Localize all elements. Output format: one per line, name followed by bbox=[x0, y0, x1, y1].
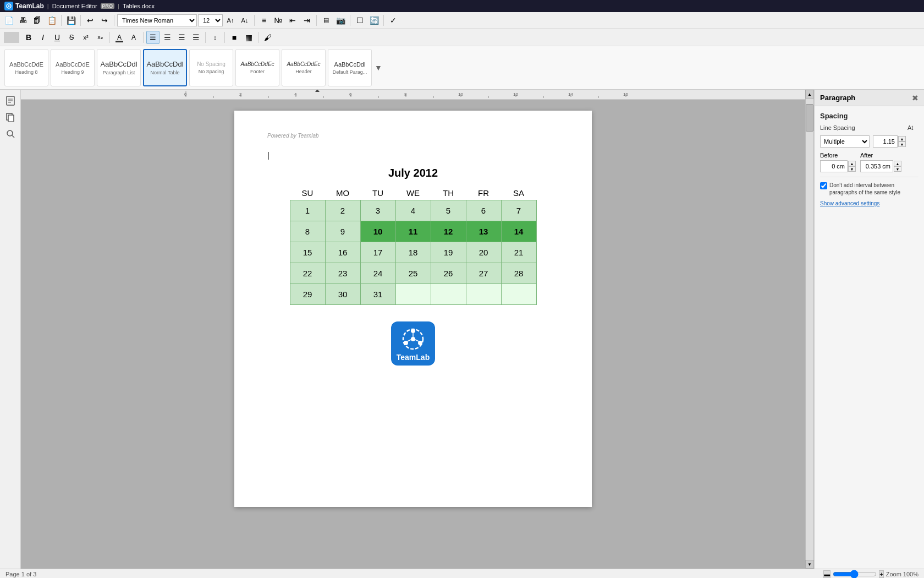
calendar-week-5: 293031 bbox=[290, 284, 536, 305]
bullet-list-button[interactable]: ≡ bbox=[257, 14, 271, 27]
scroll-thumb[interactable] bbox=[806, 104, 813, 132]
title-separator2: | bbox=[118, 3, 119, 9]
text-cursor-area[interactable]: | bbox=[267, 150, 559, 161]
day-tu: TU bbox=[360, 186, 395, 200]
format-paintbrush-button[interactable]: 🖌 bbox=[261, 31, 274, 44]
font-size-down-button[interactable]: A↓ bbox=[238, 14, 251, 27]
format-button[interactable]: ☐ bbox=[353, 14, 366, 27]
zoom-out-button[interactable]: ▬ bbox=[823, 570, 831, 578]
align-left-button[interactable]: ☰ bbox=[146, 31, 160, 44]
indent-decrease-button[interactable]: ⇤ bbox=[286, 14, 299, 27]
same-style-checkbox[interactable] bbox=[820, 182, 827, 189]
print-button[interactable]: 🖶 bbox=[16, 14, 30, 27]
style-tile-header[interactable]: AaBbCcDdEc Header bbox=[282, 49, 326, 86]
style-label-para-list: Paragraph List bbox=[103, 70, 135, 75]
svg-point-39 bbox=[411, 329, 415, 333]
status-bar: Page 1 of 3 ▬ + Zoom 100% bbox=[0, 569, 924, 578]
panel-close-button[interactable]: ✖ bbox=[912, 94, 919, 102]
calendar-week-3: 15161718192021 bbox=[290, 242, 536, 263]
cal-cell-0-0: 1 bbox=[290, 200, 325, 221]
doc-scrollbar[interactable]: ▲ ▼ bbox=[805, 90, 814, 569]
style-tile-normal-table[interactable]: AaBbCcDdl Normal Table bbox=[143, 49, 187, 86]
font-family-select[interactable]: Times New Roman bbox=[117, 14, 197, 26]
cal-cell-4-3 bbox=[395, 284, 431, 305]
underline-button[interactable]: U bbox=[51, 31, 64, 44]
zoom-in-button[interactable]: + bbox=[879, 570, 883, 578]
italic-button[interactable]: I bbox=[36, 31, 50, 44]
subscript-button[interactable]: x₂ bbox=[94, 31, 107, 44]
cal-cell-0-6: 7 bbox=[501, 200, 536, 221]
ruler: 0 2 4 6 8 10 12 bbox=[21, 90, 805, 100]
cal-cell-2-3: 18 bbox=[395, 242, 431, 263]
style-sample-para-list: AaBbCcDdl bbox=[100, 60, 137, 68]
superscript-button[interactable]: x² bbox=[79, 31, 92, 44]
sidebar-pages-icon[interactable] bbox=[4, 111, 17, 124]
font-size-up-button[interactable]: A↑ bbox=[224, 14, 237, 27]
style-tile-default-para[interactable]: AaBbCcDdl Default Parag... bbox=[328, 49, 372, 86]
teamlab-brand-text: TeamLab bbox=[397, 353, 430, 362]
calendar-title: July 2012 bbox=[267, 167, 559, 179]
copy-button[interactable]: 🗐 bbox=[31, 14, 44, 27]
spellcheck-button[interactable]: ✓ bbox=[387, 14, 400, 27]
cal-cell-3-2: 24 bbox=[360, 263, 395, 284]
table-settings-button[interactable]: ▦ bbox=[242, 31, 255, 44]
calendar-week-2: 891011121314 bbox=[290, 221, 536, 242]
font-color-button[interactable]: A bbox=[113, 31, 126, 44]
line-spacing-button[interactable]: ↕ bbox=[208, 31, 222, 44]
show-advanced-link[interactable]: Show advanced settings bbox=[820, 200, 919, 206]
at-value-input[interactable] bbox=[873, 135, 898, 148]
highlight-button[interactable]: A bbox=[127, 31, 140, 44]
style-tile-footer[interactable]: AaBbCcDdEc Footer bbox=[235, 49, 279, 86]
scroll-down-button[interactable]: ▼ bbox=[805, 560, 814, 569]
doc-area[interactable]: 0 2 4 6 8 10 12 bbox=[21, 90, 805, 569]
undo-button[interactable]: ↩ bbox=[84, 14, 97, 27]
zoom-area: ▬ + Zoom 100% bbox=[823, 570, 919, 579]
before-spin-down[interactable]: ▼ bbox=[848, 166, 856, 172]
style-tile-heading9[interactable]: AaBbCcDdE Heading 9 bbox=[51, 49, 95, 86]
scroll-up-button[interactable]: ▲ bbox=[805, 90, 814, 99]
strikethrough-button[interactable]: S bbox=[65, 31, 78, 44]
insert-table-button[interactable]: ▤ bbox=[320, 14, 333, 27]
title-bar: TeamLab | Document Editor PRO | Tables.d… bbox=[0, 0, 924, 12]
toolbar-area: 📄 🖶 🗐 📋 💾 ↩ ↪ Times New Roman 12 A↑ A↓ ≡… bbox=[0, 12, 924, 90]
cal-cell-1-2: 10 bbox=[360, 221, 395, 242]
document-page[interactable]: Powered by Teamlab | July 2012 SU MO TU … bbox=[234, 111, 592, 507]
paste-button[interactable]: 📋 bbox=[45, 14, 58, 27]
align-right-button[interactable]: ☰ bbox=[175, 31, 188, 44]
insert-image-button[interactable]: 📷 bbox=[334, 14, 347, 27]
save-button[interactable]: 💾 bbox=[64, 14, 78, 27]
new-button[interactable]: 📄 bbox=[2, 14, 15, 27]
align-center-button[interactable]: ☰ bbox=[161, 31, 174, 44]
indent-increase-button[interactable]: ⇥ bbox=[300, 14, 314, 27]
sep12 bbox=[224, 32, 225, 43]
at-spin-down[interactable]: ▼ bbox=[898, 141, 906, 147]
after-spin-up[interactable]: ▲ bbox=[894, 161, 901, 166]
toolbar-row2: B I U S x² x₂ A A ☰ ☰ ☰ ☰ ↕ ■ ▦ 🖌 bbox=[0, 29, 924, 46]
before-input[interactable] bbox=[820, 160, 848, 172]
line-spacing-select[interactable]: Multiple bbox=[820, 135, 870, 148]
before-spin-up[interactable]: ▲ bbox=[848, 161, 856, 166]
style-tile-heading8[interactable]: AaBbCcDdE Heading 8 bbox=[4, 49, 48, 86]
style-tile-para-list[interactable]: AaBbCcDdl Paragraph List bbox=[97, 49, 141, 86]
redo-button[interactable]: ↪ bbox=[98, 14, 111, 27]
style-sample-no-spacing: No Spacing bbox=[197, 61, 226, 67]
after-col: After ▲ ▼ bbox=[860, 152, 901, 172]
bold-button[interactable]: B bbox=[22, 31, 35, 44]
left-sidebar bbox=[0, 90, 21, 569]
align-justify-button[interactable]: ☰ bbox=[189, 31, 202, 44]
zoom-slider[interactable] bbox=[833, 570, 877, 579]
cal-cell-4-1: 30 bbox=[325, 284, 360, 305]
sidebar-doc-icon[interactable] bbox=[4, 94, 17, 107]
sidebar-search-icon[interactable] bbox=[4, 127, 17, 140]
panel-title: Paragraph bbox=[820, 94, 855, 102]
styles-arrow-down[interactable]: ▼ bbox=[374, 49, 383, 86]
borders-button[interactable]: ■ bbox=[228, 31, 241, 44]
after-input[interactable] bbox=[860, 160, 893, 172]
track-changes-button[interactable]: 🔄 bbox=[367, 14, 381, 27]
at-spin-up[interactable]: ▲ bbox=[898, 136, 906, 141]
font-size-select[interactable]: 12 bbox=[198, 14, 223, 26]
filename: Tables.docx bbox=[123, 3, 155, 9]
after-spin-down[interactable]: ▼ bbox=[894, 166, 901, 172]
numbered-list-button[interactable]: № bbox=[272, 14, 285, 27]
style-tile-no-spacing[interactable]: No Spacing No Spacing bbox=[189, 49, 233, 86]
